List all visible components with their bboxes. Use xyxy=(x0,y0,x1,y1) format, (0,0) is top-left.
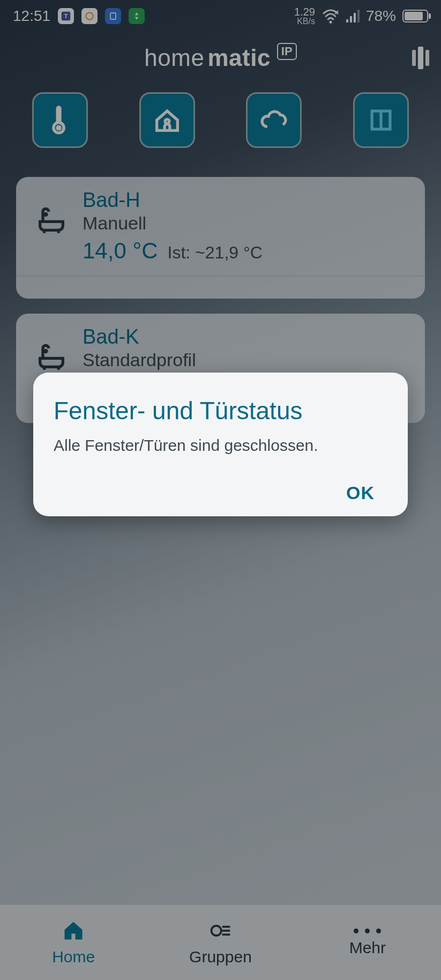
window-status-dialog: Fenster- und Türstatus Alle Fenster/Türe… xyxy=(33,373,408,516)
dialog-title: Fenster- und Türstatus xyxy=(54,396,387,425)
dialog-message: Alle Fenster/Türen sind geschlossen. xyxy=(54,435,387,457)
dialog-ok-button[interactable]: OK xyxy=(346,482,375,503)
